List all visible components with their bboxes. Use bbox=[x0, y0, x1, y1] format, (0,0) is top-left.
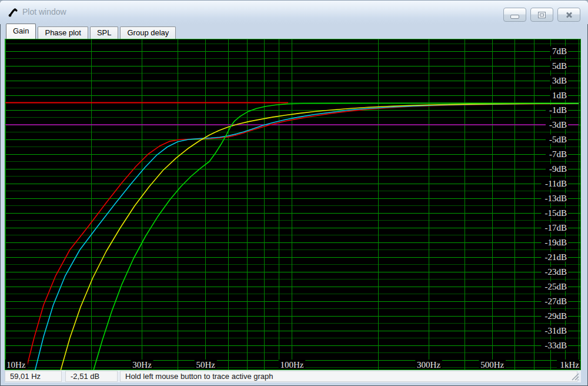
svg-text:-31dB: -31dB bbox=[545, 326, 567, 335]
svg-text:-13dB: -13dB bbox=[545, 194, 567, 203]
svg-text:-27dB: -27dB bbox=[545, 297, 567, 306]
minimize-button[interactable] bbox=[503, 8, 526, 22]
window-controls bbox=[503, 8, 580, 22]
svg-text:3dB: 3dB bbox=[552, 76, 567, 85]
status-hint: Hold left mouse button to trace active g… bbox=[120, 371, 577, 382]
tab-spl[interactable]: SPL bbox=[90, 26, 119, 39]
svg-text:-17dB: -17dB bbox=[545, 223, 567, 232]
svg-text:-11dB: -11dB bbox=[545, 179, 567, 188]
svg-text:300Hz: 300Hz bbox=[417, 360, 440, 370]
svg-text:-25dB: -25dB bbox=[545, 282, 567, 291]
svg-text:100Hz: 100Hz bbox=[280, 360, 304, 370]
status-level-readout: -2,51 dB bbox=[65, 371, 118, 382]
yellow-response bbox=[61, 104, 579, 370]
plot-area[interactable]: 7dB5dB3dB1dB-1dB-3dB-5dB-7dB-9dB-11dB-13… bbox=[5, 39, 581, 370]
status-frequency-readout: 59,01 Hz bbox=[5, 371, 62, 382]
close-button[interactable] bbox=[557, 8, 580, 22]
svg-text:-29dB: -29dB bbox=[545, 311, 567, 321]
window-title: Plot window bbox=[22, 7, 66, 16]
svg-text:-21dB: -21dB bbox=[545, 252, 567, 262]
title-bar[interactable]: Plot window bbox=[0, 0, 588, 24]
svg-text:500Hz: 500Hz bbox=[480, 360, 504, 370]
maximize-icon bbox=[538, 12, 546, 18]
close-icon bbox=[566, 12, 573, 18]
plot-canvas[interactable]: 7dB5dB3dB1dB-1dB-3dB-5dB-7dB-9dB-11dB-13… bbox=[5, 39, 581, 370]
svg-text:1kHz: 1kHz bbox=[560, 360, 580, 370]
svg-text:5dB: 5dB bbox=[552, 61, 567, 71]
svg-text:-3dB: -3dB bbox=[549, 120, 567, 129]
svg-text:-23dB: -23dB bbox=[545, 267, 567, 277]
svg-text:7dB: 7dB bbox=[552, 46, 567, 56]
maximize-button[interactable] bbox=[530, 8, 553, 22]
tab-phase-plot[interactable]: Phase plot bbox=[38, 26, 88, 39]
svg-text:50Hz: 50Hz bbox=[196, 360, 215, 370]
status-bar: 59,01 Hz -2,51 dB Hold left mouse button… bbox=[5, 370, 581, 382]
resize-grip[interactable] bbox=[572, 373, 579, 381]
tab-group-delay[interactable]: Group delay bbox=[120, 26, 176, 39]
minimize-icon bbox=[510, 15, 519, 19]
svg-text:-19dB: -19dB bbox=[545, 238, 567, 247]
red-response bbox=[26, 104, 579, 370]
svg-text:1dB: 1dB bbox=[552, 91, 567, 100]
tab-bar: Gain Phase plot SPL Group delay bbox=[5, 24, 581, 39]
svg-text:-5dB: -5dB bbox=[549, 135, 567, 144]
svg-text:10Hz: 10Hz bbox=[6, 360, 26, 370]
svg-text:-15dB: -15dB bbox=[545, 208, 567, 218]
svg-text:-9dB: -9dB bbox=[549, 164, 567, 174]
svg-text:30Hz: 30Hz bbox=[132, 360, 152, 370]
svg-text:-7dB: -7dB bbox=[549, 149, 567, 159]
svg-text:-1dB: -1dB bbox=[549, 105, 567, 115]
cyan-response bbox=[35, 104, 579, 370]
tab-gain[interactable]: Gain bbox=[6, 24, 36, 39]
plot-window: Plot window Gain Phase plot SPL Group de… bbox=[0, 0, 588, 386]
app-icon bbox=[8, 7, 18, 18]
svg-text:-33dB: -33dB bbox=[545, 341, 567, 350]
